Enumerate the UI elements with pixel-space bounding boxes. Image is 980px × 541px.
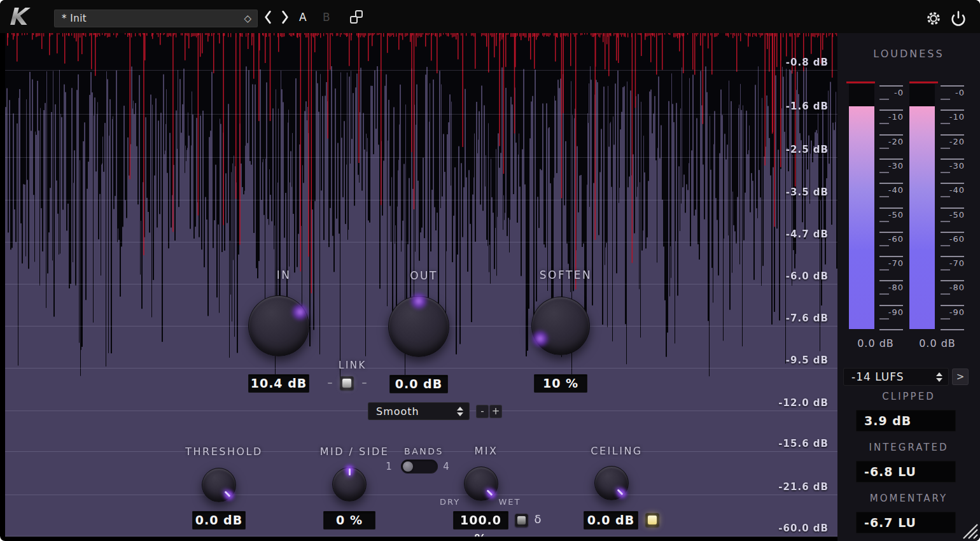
- loudness-panel: LOUDNESS -0-10-20-30-40-50-60-70-80-90 -…: [837, 33, 980, 541]
- app-window: K * Init ◇ A B: [0, 0, 980, 541]
- meter-tick-major: [879, 207, 903, 209]
- meter-scale-label: -20: [879, 137, 904, 146]
- link-toggle[interactable]: [340, 376, 354, 390]
- db-scale-label: -4.7 dB: [786, 228, 829, 240]
- meter-scale-label: -50: [941, 210, 965, 220]
- out-value-field[interactable]: 0.0 dB: [389, 375, 448, 393]
- resize-grip-icon: [960, 521, 979, 540]
- midside-knob-indicator: [330, 465, 368, 503]
- mix-dry-label: DRY: [434, 497, 466, 507]
- preset-select[interactable]: * Init ◇: [54, 10, 258, 27]
- mode-increment-button[interactable]: +: [489, 405, 502, 418]
- meter-tick-minor: [879, 123, 889, 124]
- loudness-title: LOUDNESS: [837, 48, 980, 60]
- db-scale-label: -6.0 dB: [786, 270, 829, 282]
- brand-logo-icon: K: [7, 3, 48, 30]
- ab-compare-b-button[interactable]: B: [323, 11, 331, 24]
- meter-scale-label: -50: [879, 210, 904, 220]
- db-scale-label: -1.6 dB: [786, 101, 829, 112]
- midside-value-field[interactable]: 0 %: [323, 511, 375, 530]
- meter-tick-minor: [879, 269, 889, 270]
- in-knob[interactable]: [246, 293, 311, 358]
- ab-compare-a-button[interactable]: A: [299, 11, 307, 24]
- preset-diamond-icon: ◇: [244, 13, 251, 24]
- in-value-field[interactable]: 10.4 dB: [248, 374, 309, 393]
- meter-tick-major: [941, 158, 964, 160]
- meter-tick-minor: [941, 123, 950, 124]
- mode-select[interactable]: Smooth: [368, 402, 470, 420]
- soften-knob[interactable]: [529, 295, 592, 357]
- meter-scale-label: -0: [941, 88, 965, 97]
- meter-tick-minor: [941, 148, 950, 149]
- copy-preset-button[interactable]: [349, 10, 363, 24]
- meter-scale-label: -10: [879, 112, 904, 122]
- waveform-display: IN 10.4 dB LINK OUT 0.0 dB SOFTEN 10 % S…: [5, 33, 837, 537]
- threshold-knob[interactable]: [200, 466, 238, 504]
- meter-scale-label: -90: [941, 307, 965, 317]
- meter-scale-label: -20: [941, 137, 965, 146]
- meter-tick-major: [941, 207, 964, 209]
- meter-scale-label: -30: [879, 161, 904, 171]
- link-dash-right: [362, 383, 367, 384]
- integrated-label: INTEGRATED: [837, 442, 980, 453]
- select-arrows-icon: [457, 407, 463, 416]
- meter-tick-major: [941, 109, 964, 111]
- lufs-target-select[interactable]: -14 LUFS: [843, 368, 949, 386]
- lufs-expand-button[interactable]: >: [952, 369, 969, 385]
- settings-button[interactable]: [925, 10, 942, 27]
- chevron-right-icon: [281, 10, 290, 24]
- meter-tick-major: [879, 280, 903, 281]
- out-knob-label: OUT: [374, 269, 473, 282]
- resize-handle[interactable]: [960, 521, 979, 540]
- meter-scale-label: -90: [879, 307, 904, 317]
- threshold-value-field[interactable]: 0.0 dB: [192, 511, 246, 530]
- meter-clip-indicator-left: [846, 81, 875, 83]
- meter-scale-label: -0: [879, 88, 904, 97]
- meter-scale-label: -80: [879, 283, 904, 292]
- db-scale-label: -12.0 dB: [778, 397, 829, 409]
- integrated-value: -6.8 LU: [856, 461, 956, 482]
- meter-tick-major: [879, 109, 903, 111]
- ceiling-truepeak-toggle[interactable]: [645, 513, 659, 527]
- loudness-meter-left: [849, 84, 874, 329]
- meter-tick-major: [879, 329, 903, 330]
- db-scale-label: -15.6 dB: [778, 438, 829, 449]
- ceiling-knob[interactable]: [592, 464, 631, 502]
- mix-wet-label: WET: [494, 497, 526, 507]
- meter-readout-right: 0.0 dB: [906, 337, 969, 349]
- link-dash-left: [328, 383, 332, 384]
- ceiling-knob-label: CEILING: [561, 445, 673, 457]
- bands-toggle-knob: [403, 461, 413, 472]
- meter-scale-label: -40: [879, 185, 904, 195]
- meter-scale-label: -70: [879, 258, 904, 268]
- meter-tick-minor: [879, 196, 889, 197]
- mode-select-value: Smooth: [376, 405, 419, 418]
- bands-toggle[interactable]: [401, 460, 438, 474]
- out-knob-indicator: [386, 294, 451, 359]
- soften-knob-label: SOFTEN: [516, 269, 615, 281]
- mix-value-field[interactable]: 100.0 %: [453, 511, 508, 530]
- meter-tick-minor: [941, 269, 950, 270]
- mode-decrement-button[interactable]: -: [476, 405, 489, 418]
- meter-tick-minor: [879, 245, 889, 246]
- meter-tick-minor: [941, 99, 950, 100]
- midside-knob[interactable]: [330, 465, 368, 503]
- meter-tick-major: [941, 256, 964, 257]
- meter-tick-major: [941, 183, 964, 184]
- link-toggle-led: [342, 379, 351, 388]
- mix-knob-label: MIX: [430, 445, 542, 457]
- meter-scale-label: -80: [941, 283, 965, 292]
- ceiling-value-field[interactable]: 0.0 dB: [584, 511, 638, 530]
- meter-clip-indicator-right: [909, 81, 938, 83]
- soften-value-field[interactable]: 10 %: [534, 374, 587, 393]
- prev-preset-button[interactable]: [263, 10, 275, 24]
- link-label: LINK: [308, 360, 397, 371]
- out-knob[interactable]: [386, 294, 451, 359]
- next-preset-button[interactable]: [281, 10, 292, 24]
- mix-delta-toggle[interactable]: [515, 514, 528, 527]
- bypass-power-button[interactable]: [949, 10, 967, 27]
- meter-tick-minor: [879, 172, 889, 173]
- meter-tick-minor: [941, 172, 950, 173]
- db-scale-label: -21.6 dB: [778, 481, 829, 493]
- meter-fill-left: [849, 106, 874, 329]
